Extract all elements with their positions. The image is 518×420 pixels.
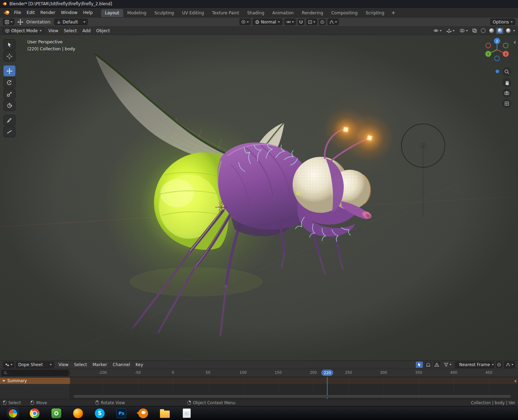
snap-mode-select[interactable]: Nearest Frame [455, 362, 494, 368]
viewport-object-menu[interactable]: Object [93, 27, 113, 34]
start-icon [8, 408, 18, 418]
timeline-tick-label: 400 [450, 370, 457, 374]
tool-annotate-button[interactable] [4, 115, 15, 126]
filter-dropdown[interactable] [442, 362, 453, 368]
tool-select-box-button[interactable] [4, 39, 15, 50]
shading-options-chevron-icon[interactable] [513, 30, 515, 31]
minus-x-axis-ball[interactable] [486, 43, 491, 48]
viewport-select-menu[interactable]: Select [61, 27, 79, 34]
minus-y-axis-ball[interactable] [503, 43, 508, 48]
file-menu[interactable]: File [11, 9, 24, 16]
workspace-tab-uv-editing[interactable]: UV Editing [178, 9, 208, 17]
summary-track-tint [70, 378, 518, 384]
proportional-editing-toggle-dopesheet[interactable] [496, 362, 502, 368]
proportional-falloff-dropdown[interactable] [328, 19, 339, 25]
file-explorer-taskbar-button[interactable] [157, 407, 173, 419]
help-menu[interactable]: Help [80, 9, 95, 16]
workspace-tab-compositing[interactable]: Compositing [327, 9, 361, 17]
workspace-tab-animation[interactable]: Animation [268, 9, 298, 17]
chrome-icon [30, 408, 40, 418]
viewport-view-menu[interactable]: View [46, 27, 61, 34]
channel-search-input[interactable] [9, 371, 66, 375]
skype-taskbar-button[interactable]: S [92, 407, 107, 419]
dopesheet-marker-menu[interactable]: Marker [90, 361, 110, 368]
viewport-3d[interactable]: User Perspective (220) Collection | body [0, 35, 518, 360]
options-label: Options [493, 20, 509, 24]
summary-channel-row[interactable]: Summary [0, 378, 70, 384]
workspace-tab-rendering[interactable]: Rendering [298, 9, 327, 17]
ortho-toggle-button[interactable] [502, 99, 511, 108]
snap-settings-dropdown[interactable] [306, 19, 317, 25]
wireframe-sphere-icon [481, 28, 485, 33]
dopesheet-select-menu[interactable]: Select [71, 361, 90, 368]
mode-select[interactable]: Object Mode [3, 27, 44, 34]
falloff-dropdown-dopesheet[interactable] [504, 362, 515, 368]
blender-taskbar-button[interactable] [135, 407, 151, 419]
show-hidden-toggle[interactable] [425, 362, 432, 368]
workspace-tab-shading[interactable]: Shading [243, 9, 268, 17]
photoshop-taskbar-button[interactable]: Ps [114, 407, 129, 419]
current-frame-badge[interactable]: 220 [321, 370, 333, 376]
shading-material-button[interactable] [496, 28, 503, 34]
visibility-dropdown[interactable] [432, 27, 443, 34]
minus-z-axis-ball[interactable] [495, 56, 499, 61]
notes-taskbar-button[interactable] [179, 407, 194, 419]
proportional-editing-toggle[interactable] [319, 19, 326, 25]
options-dropdown[interactable]: Options [490, 19, 515, 25]
timeline-tick-label: 450 [485, 370, 492, 374]
snap-target-dropdown[interactable] [285, 19, 296, 25]
gizmos-dropdown[interactable] [445, 27, 456, 34]
camera-view-button[interactable] [502, 89, 511, 98]
only-selected-toggle[interactable] [416, 362, 423, 368]
orientation-select[interactable]: Default [54, 19, 88, 25]
shading-solid-button[interactable] [488, 28, 495, 34]
dope-sheet-mode-select[interactable]: Dope Sheet [16, 362, 54, 368]
region-toggle-arrow-icon[interactable] [514, 379, 516, 383]
overlays-dropdown[interactable] [458, 27, 470, 34]
expand-triangle-icon[interactable] [2, 380, 5, 382]
tool-move-button[interactable] [4, 65, 15, 76]
horizontal-scrollbar[interactable] [74, 395, 511, 398]
viewport-add-menu[interactable]: Add [80, 27, 93, 34]
tool-transform-button[interactable] [4, 100, 15, 111]
tool-cursor-button[interactable] [4, 51, 15, 62]
green-app-taskbar-button[interactable] [49, 407, 64, 419]
workspace-tab-layout[interactable]: Layout [101, 9, 123, 17]
window-menu[interactable]: Window [58, 9, 80, 16]
workspace-tab-texture-paint[interactable]: Texture Paint [208, 9, 243, 17]
tool-scale-button[interactable] [4, 89, 15, 99]
shading-wireframe-button[interactable] [479, 28, 486, 34]
channel-search-box[interactable] [1, 370, 69, 376]
sidebar-toggle-arrow-icon[interactable] [513, 41, 516, 44]
editor-type-select-dopesheet[interactable] [3, 362, 14, 368]
timeline-tracks[interactable] [70, 377, 518, 399]
workspace-tab-scripting[interactable]: Scripting [362, 9, 388, 17]
transform-orientation-select[interactable]: Normal [253, 19, 282, 25]
chrome-taskbar-button[interactable] [27, 407, 42, 419]
start-taskbar-button[interactable] [5, 407, 21, 419]
dopesheet-view-menu[interactable]: View [56, 361, 71, 368]
viewport-canvas[interactable] [0, 35, 518, 360]
tool-measure-button[interactable] [4, 126, 15, 137]
dopesheet-key-menu[interactable]: Key [133, 361, 146, 368]
workspace-tab-modeling[interactable]: Modeling [124, 9, 150, 17]
add-workspace-button[interactable]: + [388, 9, 398, 16]
timeline-ruler[interactable]: 220 -100-50050100150200250300350400450 [70, 369, 518, 377]
shading-rendered-button[interactable] [505, 28, 512, 34]
edit-menu[interactable]: Edit [24, 9, 37, 16]
xray-toggle[interactable] [471, 28, 478, 34]
title-bar[interactable]: Blender* [D:\PETAR\3d\firefly\firefly\fi… [0, 0, 518, 8]
zoom-button[interactable] [502, 67, 511, 76]
toolbar [4, 39, 15, 141]
snap-toggle[interactable] [298, 19, 304, 25]
pivot-point-dropdown[interactable] [239, 19, 251, 25]
show-errors-toggle[interactable] [433, 362, 440, 368]
render-menu[interactable]: Render [37, 9, 58, 16]
workspace-tab-sculpting[interactable]: Sculpting [150, 9, 178, 17]
tool-rotate-button[interactable] [4, 77, 15, 88]
firefox-taskbar-button[interactable] [70, 407, 86, 419]
dopesheet-channel-menu[interactable]: Channel [110, 361, 133, 368]
pan-button[interactable] [502, 78, 511, 87]
editor-type-select[interactable] [3, 19, 14, 25]
mode-select-value: Object Mode [11, 28, 38, 33]
